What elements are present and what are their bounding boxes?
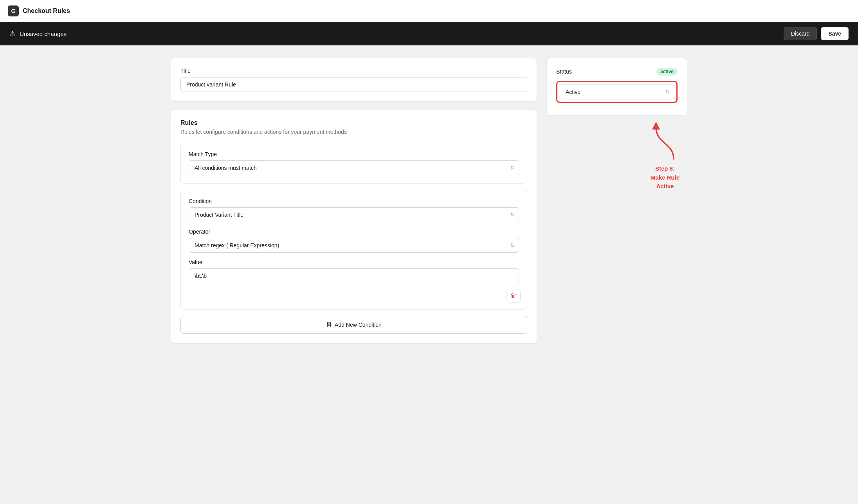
add-condition-button[interactable]: 🗄 Add New Condition bbox=[180, 316, 527, 334]
condition-row: Condition Product Variant Title Product … bbox=[189, 198, 519, 222]
title-label: Title bbox=[180, 68, 527, 74]
status-label: Status bbox=[556, 68, 572, 75]
save-button[interactable]: Save bbox=[821, 27, 849, 40]
value-label: Value bbox=[189, 259, 519, 265]
value-input[interactable] bbox=[189, 268, 519, 283]
unsaved-bar: ⚠ Unsaved changes Discard Save bbox=[0, 22, 858, 45]
status-card: Status active Active Inactive ⇅ bbox=[546, 58, 687, 116]
match-type-label: Match Type bbox=[189, 151, 519, 157]
unsaved-message: ⚠ Unsaved changes bbox=[9, 29, 67, 38]
unsaved-actions: Discard Save bbox=[784, 27, 849, 40]
left-column: Title Rules Rules let configure conditio… bbox=[171, 58, 537, 344]
app-logo: G bbox=[8, 5, 19, 16]
annotation-text: Step 6: Make Rule Active bbox=[651, 164, 680, 191]
condition-label: Condition bbox=[189, 198, 519, 204]
annotation-area: Step 6: Make Rule Active bbox=[546, 116, 687, 191]
value-row: Value bbox=[189, 259, 519, 283]
operator-select-wrapper: Match regex ( Regular Expression) Contai… bbox=[189, 238, 519, 253]
warning-icon: ⚠ bbox=[9, 29, 16, 38]
match-type-section: Match Type All conditions must match Any… bbox=[180, 143, 527, 184]
status-select[interactable]: Active Inactive bbox=[560, 85, 674, 99]
right-column: Status active Active Inactive ⇅ bbox=[546, 58, 687, 344]
active-badge: active bbox=[656, 68, 678, 76]
operator-row: Operator Match regex ( Regular Expressio… bbox=[189, 229, 519, 253]
trash-icon: 🗑 bbox=[510, 292, 517, 299]
status-select-wrapper: Active Inactive ⇅ bbox=[560, 85, 674, 99]
main-content: Title Rules Rules let configure conditio… bbox=[155, 45, 703, 356]
rules-description: Rules let configure conditions and actio… bbox=[180, 129, 527, 135]
title-input[interactable] bbox=[180, 77, 527, 92]
operator-select[interactable]: Match regex ( Regular Expression) Contai… bbox=[189, 238, 519, 253]
delete-condition-button[interactable]: 🗑 bbox=[507, 289, 521, 303]
match-type-select[interactable]: All conditions must match Any condition … bbox=[189, 160, 519, 175]
rules-card: Rules Rules let configure conditions and… bbox=[171, 110, 537, 344]
condition-section: Condition Product Variant Title Product … bbox=[180, 190, 527, 310]
app-title: Checkout Rules bbox=[23, 7, 70, 14]
status-select-highlight: Active Inactive ⇅ bbox=[556, 81, 678, 103]
svg-marker-0 bbox=[652, 122, 660, 130]
add-condition-icon: 🗄 bbox=[326, 322, 332, 328]
rules-heading: Rules bbox=[180, 119, 527, 126]
unsaved-text: Unsaved changes bbox=[20, 31, 67, 37]
match-type-wrapper: All conditions must match Any condition … bbox=[189, 160, 519, 175]
top-nav: G Checkout Rules bbox=[0, 0, 858, 22]
discard-button[interactable]: Discard bbox=[784, 27, 817, 40]
spacer bbox=[189, 290, 519, 301]
condition-select-wrapper: Product Variant Title Product Title Prod… bbox=[189, 207, 519, 222]
status-header: Status active bbox=[556, 68, 678, 76]
condition-select[interactable]: Product Variant Title Product Title Prod… bbox=[189, 207, 519, 222]
title-card: Title bbox=[171, 58, 537, 102]
operator-label: Operator bbox=[189, 229, 519, 235]
add-condition-label: Add New Condition bbox=[335, 322, 382, 328]
curved-arrow-icon bbox=[648, 120, 680, 163]
